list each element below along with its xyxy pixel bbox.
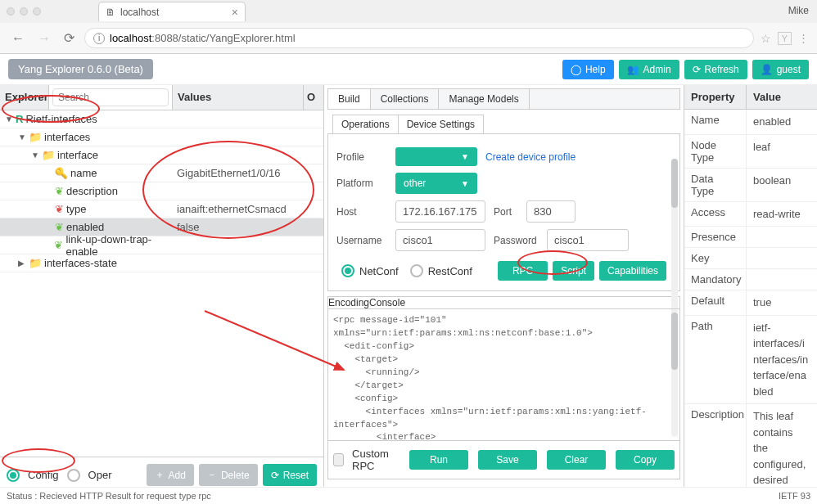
reset-icon: ⟳	[271, 470, 279, 481]
tab-device-settings[interactable]: Device Settings	[399, 115, 483, 133]
explorer-search-wrap	[49, 85, 173, 110]
config-radio[interactable]	[7, 469, 20, 482]
config-label: Config	[28, 469, 59, 481]
tab-manage-models[interactable]: Manage Models	[439, 89, 529, 109]
app-bar: Yang Explorer 0.6.0 (Beta) ◯Help 👥Admin …	[0, 54, 817, 85]
save-button[interactable]: Save	[478, 450, 537, 470]
app-title-badge: Yang Explorer 0.6.0 (Beta)	[8, 59, 153, 79]
port-input[interactable]	[526, 200, 576, 223]
guest-button[interactable]: 👤guest	[752, 60, 809, 79]
property-row: Defaulttrue	[684, 290, 817, 316]
platform-label: Platform	[336, 178, 387, 189]
top-buttons: ◯Help 👥Admin ⟳Refresh 👤guest	[562, 60, 809, 79]
minus-icon: －	[207, 468, 217, 482]
property-row: Nameenabled	[684, 110, 817, 135]
tree-row[interactable]: ❦link-up-down-trap-enable	[0, 236, 323, 254]
property-row: Key	[684, 248, 817, 269]
tab-build[interactable]: Build	[328, 89, 371, 109]
profile-select[interactable]: ▼	[395, 147, 477, 166]
oper-radio[interactable]	[67, 469, 80, 482]
browser-user[interactable]: Mike	[788, 5, 809, 16]
tree-row[interactable]: ▼RRietf-interfaces	[0, 110, 323, 128]
tree-row[interactable]: ❦typeianaift:ethernetCsmacd	[0, 200, 323, 218]
tab-bar: 🗎 localhost × Mike	[0, 0, 817, 23]
url-path: :8088/static/YangExplorer.html	[151, 32, 295, 44]
property-row: Pathietf-interfaces/interfaces/interface…	[684, 316, 817, 405]
password-input[interactable]	[547, 229, 629, 251]
refresh-icon: ⟳	[693, 64, 701, 75]
main-area: Explorer Values O ▼RRietf-interfaces▼📁in…	[0, 85, 817, 493]
search-input[interactable]	[52, 88, 169, 106]
forward-icon: →	[34, 31, 54, 46]
status-bar: Status : Recieved HTTP Result for reques…	[0, 487, 817, 504]
property-body[interactable]: NameenabledNode TypeleafData Typeboolean…	[684, 110, 817, 493]
password-label: Password	[494, 235, 539, 246]
status-text: Status : Recieved HTTP Result for reques…	[7, 491, 211, 501]
close-icon[interactable]: ×	[232, 6, 238, 19]
user-icon: 👤	[761, 64, 773, 75]
explorer-title: Explorer	[0, 85, 49, 110]
reload-icon[interactable]: ⟳	[61, 30, 78, 46]
prop-col-header: Property	[684, 85, 747, 109]
users-icon: 👥	[627, 64, 639, 75]
info-icon[interactable]: i	[93, 33, 105, 44]
tab-encoding[interactable]: Encoding	[328, 297, 369, 308]
create-profile-link[interactable]: Create device profile	[485, 151, 576, 163]
property-row: DescriptionThis leaf contains the config…	[684, 404, 817, 493]
tree-row[interactable]: 🔑nameGigabitEthernet1/0/16	[0, 164, 323, 182]
back-icon[interactable]: ←	[8, 31, 28, 46]
restconf-radio[interactable]	[410, 264, 423, 277]
address-bar: ← → ⟳ i localhost:8088/static/YangExplor…	[0, 23, 817, 53]
reset-button[interactable]: ⟳Reset	[263, 464, 317, 486]
tab-console[interactable]: Console	[369, 297, 405, 308]
tree-row[interactable]: ▼📁interface	[0, 146, 323, 164]
rpc-button[interactable]: RPC	[498, 261, 548, 281]
username-input[interactable]	[395, 229, 485, 251]
tab-operations[interactable]: Operations	[333, 115, 399, 133]
url-host: localhost	[110, 32, 151, 44]
sub-tabs: Operations Device Settings	[332, 115, 484, 134]
property-panel: Property Value NameenabledNode TypeleafD…	[684, 85, 817, 493]
browser-tab[interactable]: 🗎 localhost ×	[98, 2, 246, 21]
extension-icon[interactable]: Y	[778, 32, 792, 45]
refresh-button[interactable]: ⟳Refresh	[684, 60, 747, 79]
property-row: Mandatory	[684, 269, 817, 290]
rpc-actions: Custom RPC Run Save Clear Copy	[327, 441, 680, 479]
addr-right: ☆ Y ⋮	[761, 32, 809, 45]
operations-form: Profile ▼ Create device profile Platform…	[327, 133, 680, 291]
custom-rpc-checkbox[interactable]	[333, 453, 344, 466]
platform-select[interactable]: other▼	[395, 173, 477, 194]
help-button[interactable]: ◯Help	[562, 60, 614, 79]
host-label: Host	[336, 206, 387, 218]
property-header: Property Value	[684, 85, 817, 110]
admin-button[interactable]: 👥Admin	[619, 60, 679, 79]
tree-row[interactable]: ▼📁interfaces	[0, 128, 323, 146]
copy-button[interactable]: Copy	[616, 450, 675, 470]
run-button[interactable]: Run	[409, 450, 468, 470]
bookmark-icon[interactable]: ☆	[761, 32, 771, 45]
netconf-radio[interactable]	[341, 264, 354, 277]
host-input[interactable]	[395, 200, 485, 223]
script-button[interactable]: Script	[553, 261, 594, 281]
profile-label: Profile	[336, 151, 387, 163]
window-controls[interactable]	[7, 7, 41, 16]
explorer-tree[interactable]: ▼RRietf-interfaces▼📁interfaces▼📁interfac…	[0, 110, 323, 457]
clear-button[interactable]: Clear	[547, 450, 606, 470]
property-row: Node Typeleaf	[684, 135, 817, 169]
menu-icon[interactable]: ⋮	[798, 32, 809, 44]
explorer-header: Explorer Values O	[0, 85, 323, 110]
tree-row[interactable]: ▶📁interfaces-state	[0, 254, 323, 272]
url-field[interactable]: i localhost:8088/static/YangExplorer.htm…	[84, 28, 754, 48]
netconf-label: NetConf	[359, 265, 399, 277]
tree-row[interactable]: ❦description	[0, 182, 323, 200]
browser-chrome: 🗎 localhost × Mike ← → ⟳ i localhost:808…	[0, 0, 817, 54]
add-button[interactable]: ＋Add	[147, 464, 194, 486]
capabilities-button[interactable]: Capabilities	[599, 261, 666, 281]
console-output[interactable]: <rpc message-id="101" xmlns="urn:ietf:pa…	[327, 308, 680, 441]
tab-collections[interactable]: Collections	[371, 89, 440, 109]
delete-button[interactable]: －Delete	[199, 464, 258, 486]
console-scrollbar[interactable]	[671, 313, 678, 437]
chevron-down-icon: ▼	[461, 152, 469, 161]
mode-radio-group: Config Oper	[7, 469, 111, 482]
property-row: Data Typeboolean	[684, 169, 817, 202]
